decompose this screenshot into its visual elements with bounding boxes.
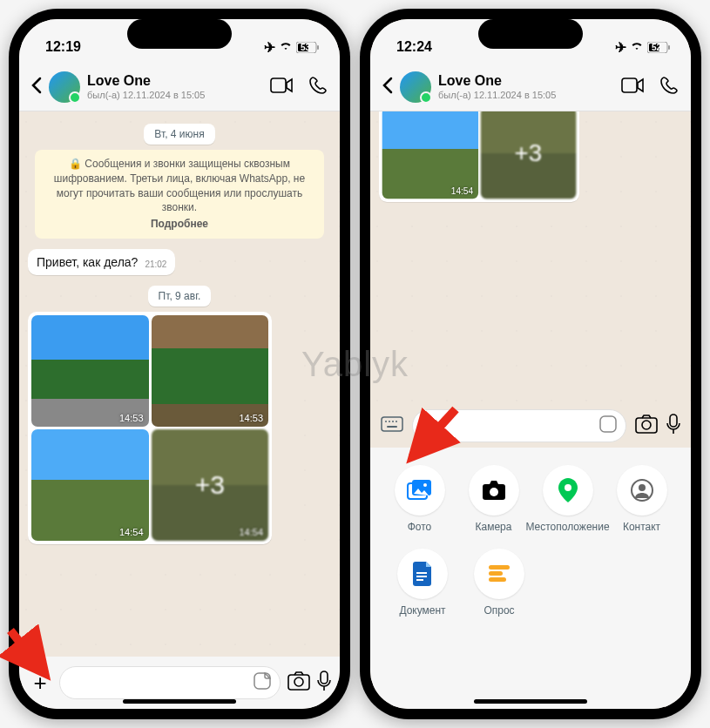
back-button[interactable] xyxy=(382,75,393,99)
svg-rect-36 xyxy=(489,577,506,582)
header-info[interactable]: Love One был(-а) 12.11.2024 в 15:05 xyxy=(87,72,263,100)
annotation-arrow xyxy=(2,622,71,704)
attach-document[interactable]: Документ xyxy=(388,549,457,617)
svg-rect-35 xyxy=(489,571,503,576)
svg-point-21 xyxy=(642,421,651,429)
chat-header: Love One был(-а) 12.11.2024 в 15:05 xyxy=(370,63,691,111)
attach-label: Фото xyxy=(408,521,432,533)
airplane-icon: ✈ xyxy=(264,39,275,56)
svg-point-6 xyxy=(294,677,303,686)
attach-label: Контакт xyxy=(623,521,660,533)
media-time: 14:54 xyxy=(119,527,144,537)
encryption-more: Подробнее xyxy=(47,217,312,232)
message-input[interactable] xyxy=(59,666,281,699)
voice-call-button[interactable] xyxy=(308,76,328,98)
status-icons: ✈ 52 xyxy=(615,39,670,56)
contact-icon xyxy=(631,479,653,502)
media-time: 14:54 xyxy=(451,185,473,195)
wifi-icon xyxy=(630,39,644,55)
battery-icon: 52 xyxy=(647,42,670,53)
avatar[interactable] xyxy=(400,71,431,103)
media-thumb[interactable]: 14:54 xyxy=(382,111,478,199)
svg-rect-34 xyxy=(489,565,510,570)
screen-left: 12:19 ✈ 53 Love One был(-а) 12.11.2024 в… xyxy=(19,19,340,709)
notch xyxy=(478,19,583,49)
attach-location[interactable]: Местоположение xyxy=(533,465,603,533)
media-thumb[interactable]: 14:54 xyxy=(31,429,149,541)
status-time: 12:19 xyxy=(45,39,81,55)
date-separator: Пт, 9 авг. xyxy=(148,286,212,307)
battery-icon: 53 xyxy=(296,42,319,53)
location-icon xyxy=(558,478,578,502)
message-time: 21:02 xyxy=(145,260,166,269)
attach-contact[interactable]: Контакт xyxy=(607,465,677,533)
svg-rect-31 xyxy=(416,572,427,574)
chat-body[interactable]: 14:54 +3 xyxy=(370,111,691,404)
mic-button[interactable] xyxy=(317,671,331,695)
contact-status: был(-а) 12.11.2024 в 15:05 xyxy=(87,90,263,101)
back-button[interactable] xyxy=(31,75,42,99)
status-icons: ✈ 53 xyxy=(264,39,319,56)
media-thumb[interactable]: 14:53 xyxy=(152,315,269,427)
svg-point-30 xyxy=(639,484,646,491)
svg-point-14 xyxy=(385,421,387,422)
sticker-icon[interactable] xyxy=(254,672,271,693)
voice-call-button[interactable] xyxy=(659,76,679,98)
media-gallery[interactable]: 14:54 +3 xyxy=(379,111,579,202)
media-time: 14:54 xyxy=(239,527,263,537)
avatar[interactable] xyxy=(49,71,80,103)
sticker-icon[interactable] xyxy=(599,415,617,436)
svg-rect-22 xyxy=(670,415,677,427)
poll-icon xyxy=(489,565,510,583)
home-indicator[interactable] xyxy=(123,699,236,704)
svg-line-8 xyxy=(10,630,45,674)
camera-button[interactable] xyxy=(635,415,658,437)
media-time: 14:53 xyxy=(119,413,144,423)
attach-label: Камера xyxy=(476,521,512,533)
home-indicator[interactable] xyxy=(474,699,587,704)
video-call-button[interactable] xyxy=(270,78,293,97)
camera-icon xyxy=(482,480,506,501)
video-call-button[interactable] xyxy=(621,78,644,97)
more-overlay: +3 xyxy=(480,111,576,199)
svg-point-28 xyxy=(565,484,571,491)
attach-poll[interactable]: Опрос xyxy=(464,549,534,617)
screen-right: 12:24 ✈ 52 Love One был(-а) 12.11.2024 в… xyxy=(370,19,691,709)
camera-button[interactable] xyxy=(287,671,310,694)
attach-label: Местоположение xyxy=(525,521,609,533)
document-icon xyxy=(413,562,432,586)
contact-name: Love One xyxy=(87,72,263,89)
mic-button[interactable] xyxy=(666,414,680,438)
phone-left: 12:19 ✈ 53 Love One был(-а) 12.11.2024 в… xyxy=(9,9,350,719)
svg-rect-7 xyxy=(321,671,328,684)
encryption-notice[interactable]: 🔒 Сообщения и звонки защищены сквозным ш… xyxy=(35,150,324,239)
header-info[interactable]: Love One был(-а) 12.11.2024 в 15:05 xyxy=(438,72,614,100)
chat-body[interactable]: Вт, 4 июня 🔒 Сообщения и звонки защищены… xyxy=(19,111,340,662)
svg-rect-33 xyxy=(416,579,423,581)
svg-point-16 xyxy=(392,421,394,422)
media-thumb-more[interactable]: +3 14:54 xyxy=(152,429,269,541)
airplane-icon: ✈ xyxy=(615,39,626,56)
notch xyxy=(127,19,232,49)
encryption-text: 🔒 Сообщения и звонки защищены сквозным ш… xyxy=(54,158,305,213)
svg-rect-3 xyxy=(271,78,286,92)
wifi-icon xyxy=(279,39,293,55)
attach-label: Опрос xyxy=(483,604,514,617)
phone-right: 12:24 ✈ 52 Love One был(-а) 12.11.2024 в… xyxy=(360,9,701,719)
media-gallery[interactable]: 14:53 14:53 14:54 +3 14:54 xyxy=(28,312,272,544)
media-thumb[interactable]: 14:53 xyxy=(31,315,149,427)
attachment-sheet: Фото Камера Местоположение xyxy=(370,448,691,709)
media-thumb-more[interactable]: +3 xyxy=(480,111,576,199)
svg-rect-12 xyxy=(622,78,637,92)
incoming-message[interactable]: Привет, как дела? 21:02 xyxy=(28,249,175,275)
status-time: 12:24 xyxy=(396,39,432,55)
attach-label: Документ xyxy=(399,604,445,617)
svg-point-25 xyxy=(423,483,427,487)
annotation-arrow xyxy=(395,401,473,482)
svg-point-27 xyxy=(490,488,498,496)
more-overlay: +3 xyxy=(152,429,269,541)
message-text: Привет, как дела? xyxy=(37,255,138,269)
date-separator: Вт, 4 июня xyxy=(144,124,214,145)
media-time: 14:53 xyxy=(239,413,263,423)
svg-rect-2 xyxy=(317,45,319,50)
